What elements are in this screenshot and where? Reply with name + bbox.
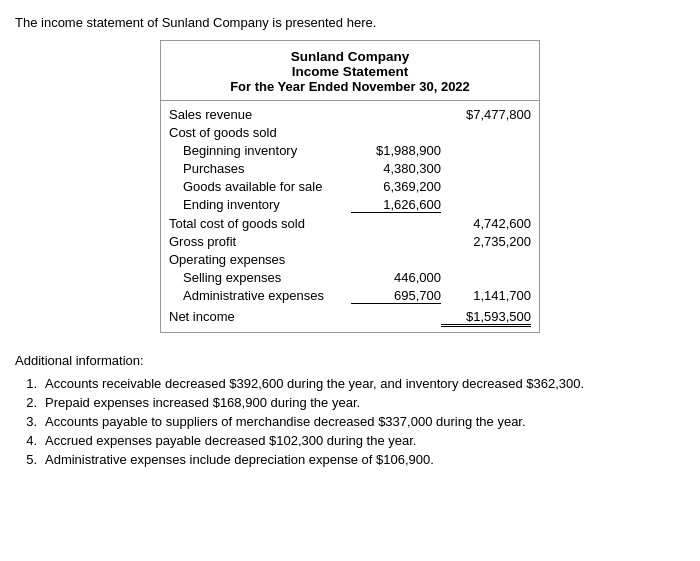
col2-sales-revenue: $7,477,800 [441, 107, 531, 122]
col2-total-cogs: 4,742,600 [441, 216, 531, 231]
col2-net-income: $1,593,500 [441, 309, 531, 327]
additional-title: Additional information: [15, 353, 685, 368]
label-cogs: Cost of goods sold [169, 125, 351, 140]
label-purchases: Purchases [169, 161, 351, 176]
row-cogs-header: Cost of goods sold [169, 123, 531, 141]
list-item: 2. Prepaid expenses increased $168,900 d… [15, 395, 685, 410]
row-goods-available: Goods available for sale 6,369,200 [169, 177, 531, 195]
item-text-4: Accrued expenses payable decreased $102,… [45, 433, 685, 448]
item-num-2: 2. [15, 395, 45, 410]
statement-body: Sales revenue $7,477,800 Cost of goods s… [161, 101, 539, 332]
statement-header: Sunland Company Income Statement For the… [161, 41, 539, 101]
row-gross-profit: Gross profit 2,735,200 [169, 232, 531, 250]
list-item: 3. Accounts payable to suppliers of merc… [15, 414, 685, 429]
row-admin-expenses: Administrative expenses 695,700 1,141,70… [169, 286, 531, 305]
col1-beginning-inventory: $1,988,900 [351, 143, 441, 158]
additional-list: 1. Accounts receivable decreased $392,60… [15, 376, 685, 467]
income-statement: Sunland Company Income Statement For the… [160, 40, 540, 333]
col1-goods-available: 6,369,200 [351, 179, 441, 194]
row-ending-inventory: Ending inventory 1,626,600 [169, 195, 531, 214]
row-operating-expenses-header: Operating expenses [169, 250, 531, 268]
statement-title: Income Statement [166, 64, 534, 79]
col2-gross-profit: 2,735,200 [441, 234, 531, 249]
label-sales-revenue: Sales revenue [169, 107, 351, 122]
item-text-1: Accounts receivable decreased $392,600 d… [45, 376, 685, 391]
col1-selling-expenses: 446,000 [351, 270, 441, 285]
row-sales-revenue: Sales revenue $7,477,800 [169, 105, 531, 123]
label-beginning-inventory: Beginning inventory [169, 143, 351, 158]
row-purchases: Purchases 4,380,300 [169, 159, 531, 177]
col2-admin-expenses: 1,141,700 [441, 288, 531, 303]
label-ending-inventory: Ending inventory [169, 197, 351, 212]
intro-text: The income statement of Sunland Company … [15, 15, 685, 30]
row-total-cogs: Total cost of goods sold 4,742,600 [169, 214, 531, 232]
label-net-income: Net income [169, 309, 351, 324]
item-num-4: 4. [15, 433, 45, 448]
item-num-5: 5. [15, 452, 45, 467]
label-goods-available: Goods available for sale [169, 179, 351, 194]
item-text-3: Accounts payable to suppliers of merchan… [45, 414, 685, 429]
company-name: Sunland Company [166, 49, 534, 64]
row-selling-expenses: Selling expenses 446,000 [169, 268, 531, 286]
row-beginning-inventory: Beginning inventory $1,988,900 [169, 141, 531, 159]
label-gross-profit: Gross profit [169, 234, 351, 249]
item-num-1: 1. [15, 376, 45, 391]
item-text-5: Administrative expenses include deprecia… [45, 452, 685, 467]
label-operating-expenses: Operating expenses [169, 252, 351, 267]
item-text-2: Prepaid expenses increased $168,900 duri… [45, 395, 685, 410]
col1-purchases: 4,380,300 [351, 161, 441, 176]
list-item: 1. Accounts receivable decreased $392,60… [15, 376, 685, 391]
col1-ending-inventory: 1,626,600 [351, 197, 441, 213]
label-selling-expenses: Selling expenses [169, 270, 351, 285]
list-item: 5. Administrative expenses include depre… [15, 452, 685, 467]
row-net-income: Net income $1,593,500 [169, 307, 531, 328]
col1-admin-expenses: 695,700 [351, 288, 441, 304]
additional-section: Additional information: 1. Accounts rece… [15, 353, 685, 467]
item-num-3: 3. [15, 414, 45, 429]
date-line: For the Year Ended November 30, 2022 [166, 79, 534, 94]
list-item: 4. Accrued expenses payable decreased $1… [15, 433, 685, 448]
label-total-cogs: Total cost of goods sold [169, 216, 351, 231]
label-admin-expenses: Administrative expenses [169, 288, 351, 303]
